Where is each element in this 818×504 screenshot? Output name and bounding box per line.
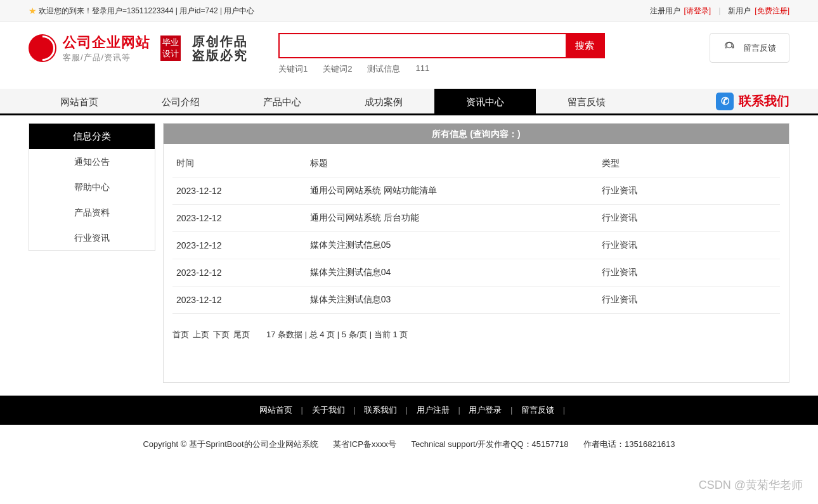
content: 所有信息 (查询内容：) 时间 标题 类型 2023-12-12通用公司网站系统… [163, 123, 789, 383]
feedback-button[interactable]: 留言反馈 [710, 33, 789, 63]
page-info: 17 条数据 | 总 4 页 | 5 条/页 | 当前 1 页 [266, 329, 408, 340]
footer-nav-link[interactable]: 用户登录 [462, 405, 508, 415]
svg-point-0 [727, 42, 732, 48]
col-type-header: 类型 [598, 150, 780, 178]
pagination: 首页 上页 下页 尾页 17 条数据 | 总 4 页 | 5 条/页 | 当前 … [172, 329, 780, 340]
search-box: 搜索 [278, 33, 605, 58]
keyword-link[interactable]: 111 [415, 63, 429, 75]
page-prev[interactable]: 上页 [193, 329, 209, 340]
cell-title: 媒体关注测试信息04 [306, 259, 598, 287]
footer-nav-link[interactable]: 用户注册 [410, 405, 456, 415]
nav-item[interactable]: 公司介绍 [130, 89, 231, 113]
star-icon: ★ [29, 0, 37, 22]
feedback-button-label: 留言反馈 [743, 42, 776, 54]
cell-time: 2023-12-12 [172, 205, 306, 232]
table-row[interactable]: 2023-12-12媒体关注测试信息05行业资讯 [172, 232, 780, 259]
cell-time: 2023-12-12 [172, 287, 306, 314]
cell-title: 通用公司网站系统 后台功能 [306, 205, 598, 232]
main: 信息分类 通知公告帮助中心产品资料行业资讯 所有信息 (查询内容：) 时间 标题… [29, 123, 789, 383]
footer-nav: 网站首页 | 关于我们 | 联系我们 | 用户注册 | 用户登录 | 留言反馈 … [0, 396, 818, 425]
keywords-row: 关键词1 关键词2 测试信息 111 [278, 63, 605, 75]
badge-line2: 设计 [162, 48, 179, 60]
nav-contact[interactable]: ✆ 联系我们 [716, 89, 789, 113]
script-line1: 原创作品 [192, 34, 248, 48]
cell-title: 通用公司网站系统 网站功能清单 [306, 178, 598, 205]
nav-item[interactable]: 成功案例 [333, 89, 434, 113]
col-title-header: 标题 [306, 150, 598, 178]
keyword-link[interactable]: 关键词1 [278, 63, 308, 75]
footer-separator: | [299, 405, 306, 415]
welcome-text[interactable]: 欢迎您的到来！登录用户=13511223344 | 用户id=742 | 用户中… [39, 0, 254, 22]
headset-icon [723, 40, 736, 56]
table-header-row: 时间 标题 类型 [172, 150, 780, 178]
footer-nav-link[interactable]: 联系我们 [358, 405, 403, 415]
phone-icon: ✆ [716, 93, 734, 110]
cell-type: 行业资讯 [598, 287, 780, 314]
logo-icon [29, 34, 56, 62]
cell-type: 行业资讯 [598, 232, 780, 259]
logo-sub-text: 客服/产品/资讯等 [63, 52, 150, 63]
footer-phone: 作者电话：13516821613 [583, 439, 675, 449]
cell-title: 媒体关注测试信息03 [306, 287, 598, 314]
sidebar-item[interactable]: 产品资料 [29, 200, 155, 225]
cell-time: 2023-12-12 [172, 232, 306, 259]
login-link[interactable]: [请登录] [684, 0, 711, 22]
cell-type: 行业资讯 [598, 205, 780, 232]
footer-separator: | [351, 405, 358, 415]
cell-title: 媒体关注测试信息05 [306, 232, 598, 259]
search-block: 搜索 关键词1 关键词2 测试信息 111 [278, 33, 605, 75]
keyword-link[interactable]: 关键词2 [323, 63, 352, 75]
sidebar-item[interactable]: 帮助中心 [29, 174, 155, 200]
table-row[interactable]: 2023-12-12通用公司网站系统 后台功能行业资讯 [172, 205, 780, 232]
sidebar: 信息分类 通知公告帮助中心产品资料行业资讯 [29, 123, 155, 251]
footer-tech: Technical support/开发作者QQ：45157718 [412, 439, 569, 449]
footer-copyright: Copyright © 基于SprintBoot的公司企业网站系统 [143, 439, 318, 449]
script-line2: 盗版必究 [192, 48, 248, 62]
badge-line1: 毕业 [162, 37, 179, 48]
logo-badge: 毕业 设计 [160, 36, 181, 61]
navbar: 网站首页公司介绍产品中心成功案例资讯中心留言反馈 ✆ 联系我们 [0, 89, 818, 115]
page-next[interactable]: 下页 [213, 329, 230, 340]
cell-type: 行业资讯 [598, 178, 780, 205]
sidebar-item[interactable]: 通知公告 [29, 149, 155, 174]
page-first[interactable]: 首页 [172, 329, 189, 340]
topbar-right: 注册用户 [请登录] | 新用户 [免费注册] [650, 0, 789, 22]
cell-type: 行业资讯 [598, 259, 780, 287]
nav-item[interactable]: 资讯中心 [434, 89, 536, 113]
table-row[interactable]: 2023-12-12媒体关注测试信息04行业资讯 [172, 259, 780, 287]
nav-contact-label: 联系我们 [739, 93, 789, 110]
separator: | [718, 0, 720, 22]
cell-time: 2023-12-12 [172, 178, 306, 205]
logo-main-text: 公司企业网站 [63, 33, 150, 52]
col-time-header: 时间 [172, 150, 306, 178]
search-input[interactable] [280, 34, 566, 57]
new-user-label: 新用户 [728, 0, 751, 22]
register-user-label: 注册用户 [650, 0, 680, 22]
table-row[interactable]: 2023-12-12通用公司网站系统 网站功能清单行业资讯 [172, 178, 780, 205]
topbar-left: ★ 欢迎您的到来！登录用户=13511223344 | 用户id=742 | 用… [29, 0, 254, 22]
search-button[interactable]: 搜索 [566, 34, 604, 57]
nav-item[interactable]: 网站首页 [29, 89, 130, 113]
page-last[interactable]: 尾页 [233, 329, 250, 340]
keyword-link[interactable]: 测试信息 [367, 63, 400, 75]
footer-separator: | [456, 405, 463, 415]
data-table: 时间 标题 类型 2023-12-12通用公司网站系统 网站功能清单行业资讯20… [172, 150, 780, 314]
footer-separator: | [561, 405, 565, 415]
footer-nav-link[interactable]: 关于我们 [306, 405, 351, 415]
logo-script: 原创作品 盗版必究 [192, 34, 248, 62]
cell-time: 2023-12-12 [172, 259, 306, 287]
table-row[interactable]: 2023-12-12媒体关注测试信息03行业资讯 [172, 287, 780, 314]
free-register-link[interactable]: [免费注册] [755, 0, 789, 22]
content-header: 所有信息 (查询内容：) [164, 124, 789, 144]
footer-nav-link[interactable]: 留言反馈 [515, 405, 561, 415]
sidebar-header: 信息分类 [29, 124, 155, 149]
footer-info: Copyright © 基于SprintBoot的公司企业网站系统 某省ICP备… [0, 425, 818, 464]
footer-separator: | [403, 405, 410, 415]
sidebar-item[interactable]: 行业资讯 [29, 225, 155, 250]
footer-icp[interactable]: 某省ICP备xxxx号 [333, 439, 396, 449]
logo-block[interactable]: 公司企业网站 客服/产品/资讯等 毕业 设计 原创作品 盗版必究 [29, 33, 248, 63]
nav-item[interactable]: 留言反馈 [536, 89, 637, 113]
nav-item[interactable]: 产品中心 [231, 89, 333, 113]
topbar: ★ 欢迎您的到来！登录用户=13511223344 | 用户id=742 | 用… [0, 0, 818, 22]
footer-nav-link[interactable]: 网站首页 [253, 405, 299, 415]
